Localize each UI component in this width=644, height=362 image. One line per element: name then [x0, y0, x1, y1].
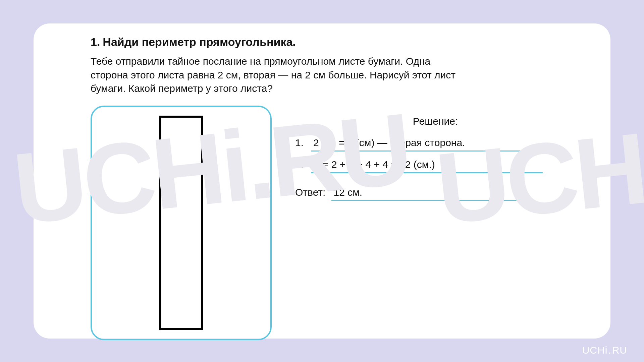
- solution-step: 1. 2 + 2 = 4 (см) — вторая сторона.: [295, 137, 584, 152]
- step-text: 2 + 2 = 4 (см) — вторая сторона.: [311, 137, 543, 152]
- rectangle-shape: [159, 116, 203, 330]
- answer-value: 12 см.: [331, 187, 529, 201]
- drawing-area: [91, 106, 272, 340]
- exercise-card: UCHi.RU UCHi.RU 1.Найди периметр прямоуг…: [34, 23, 610, 339]
- brand-left: UCHi: [582, 345, 608, 356]
- brand-right: RU: [612, 345, 627, 356]
- answer-row: Ответ: 12 см.: [295, 187, 584, 201]
- solution-heading: Решение:: [328, 116, 543, 127]
- task-number: 1.: [91, 36, 100, 48]
- content-row: Решение: 1. 2 + 2 = 4 (см) — вторая стор…: [91, 106, 584, 340]
- answer-label: Ответ:: [295, 187, 325, 198]
- brand-logo: UCHi.RU: [582, 345, 627, 356]
- step-text: P = 2 + 2 + 4 + 4 = 12 (см.): [311, 159, 543, 173]
- task-body: Тебе отправили тайное послание на прямоу…: [91, 55, 466, 96]
- solution-area: Решение: 1. 2 + 2 = 4 (см) — вторая стор…: [295, 106, 584, 201]
- brand-dot: .: [608, 345, 611, 356]
- solution-step: 2. P = 2 + 2 + 4 + 4 = 12 (см.): [295, 159, 584, 173]
- task-heading: 1.Найди периметр прямоугольника.: [91, 36, 584, 49]
- step-number: 2.: [295, 159, 311, 170]
- task-title: Найди периметр прямоугольника.: [103, 36, 296, 48]
- step-number: 1.: [295, 137, 311, 148]
